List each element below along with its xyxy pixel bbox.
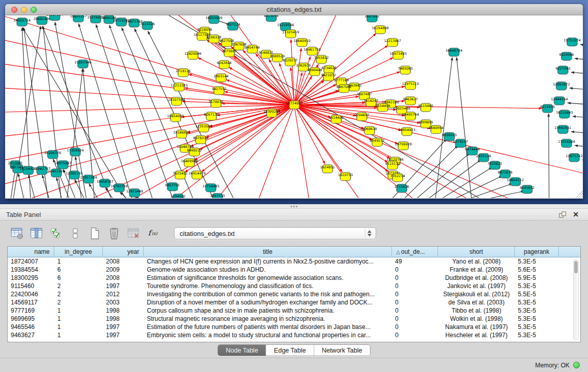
table-row[interactable]: 1872400712008Changes of HCN gene express… [8, 257, 580, 266]
network-window-titlebar[interactable]: citations_edges.txt [5, 4, 583, 15]
function-builder-button[interactable]: f (x) [145, 226, 161, 241]
graph-node[interactable]: 17359924 [67, 148, 83, 156]
table-row[interactable]: 2242004622012Investigating the contribut… [8, 290, 580, 298]
graph-node[interactable]: 6379197 [453, 139, 468, 147]
column-header-title[interactable]: title [144, 247, 392, 257]
graph-node[interactable]: 16033809 [205, 15, 222, 24]
table-scrollbar[interactable] [573, 259, 579, 340]
clear-selection-button[interactable] [68, 226, 83, 241]
graph-node[interactable]: 7857224 [226, 22, 241, 30]
graph-node[interactable]: 21053346 [74, 60, 91, 68]
graph-node[interactable]: 11675312 [565, 154, 582, 162]
table-row[interactable]: 911546021997Tourette syndrome. Phenomeno… [8, 282, 580, 290]
graph-node[interactable]: 1610753 [338, 172, 353, 181]
graph-node[interactable]: 1733426 [395, 184, 409, 192]
column-header-pagerank[interactable]: pagerank [515, 247, 559, 257]
graph-node[interactable]: 2935114 [476, 154, 491, 162]
column-header-short[interactable]: short [438, 247, 515, 257]
zoom-window-icon[interactable] [31, 7, 37, 13]
network-view-window[interactable]: citations_edges.txt 18724007240557242069… [5, 4, 583, 199]
graph-node[interactable]: 12213967 [384, 38, 401, 47]
graph-node[interactable]: 9115460 [419, 103, 433, 112]
graph-node[interactable]: 17016504 [558, 139, 575, 147]
graph-node[interactable]: 9227343 [556, 66, 571, 74]
graph-node[interactable]: 2204697 [355, 113, 369, 121]
graph-node[interactable]: 1624851 [320, 165, 335, 173]
graph-node[interactable]: 8215955 [540, 104, 555, 113]
graph-node[interactable]: 20691406 [33, 16, 50, 25]
scrollbar-thumb[interactable] [574, 261, 578, 273]
graph-node[interactable]: 18640910 [293, 38, 310, 47]
splitter-handle-icon[interactable] [290, 205, 298, 207]
graph-node[interactable]: 7625402 [173, 171, 188, 179]
table-row[interactable]: 977716911998Corpus callosum shape and si… [8, 307, 580, 315]
graph-node[interactable]: 3170031 [209, 99, 224, 107]
table-row[interactable]: 946362711997Embryonic stem cells: a mode… [8, 331, 580, 339]
table-row[interactable]: 1456911722003Disruption of a novel membe… [8, 298, 580, 307]
graph-node[interactable]: 19654923 [398, 127, 415, 136]
graph-node[interactable]: 11325419 [282, 30, 299, 38]
close-window-icon[interactable] [11, 7, 17, 13]
table-row[interactable]: 969969511998Structural magnetic resonanc… [8, 315, 580, 323]
graph-node[interactable]: 8549577 [370, 138, 385, 146]
graph-node[interactable]: 16648784 [445, 48, 462, 56]
graph-node[interactable]: 8454749 [245, 45, 260, 53]
select-all-button[interactable] [48, 226, 63, 241]
tab-network-table[interactable]: Network Table [314, 345, 370, 356]
graph-node[interactable]: 8498222 [187, 148, 202, 156]
column-header-in_degree[interactable]: in_degree [54, 247, 103, 257]
graph-node[interactable]: 18107554 [168, 97, 185, 105]
graph-node[interactable]: 8471676 [498, 170, 513, 178]
graph-node[interactable]: 15751074 [563, 38, 580, 46]
graph-node[interactable]: 1294502 [171, 194, 186, 198]
graph-node[interactable]: 11451926 [48, 169, 64, 177]
close-panel-button[interactable]: ✕ [570, 210, 582, 219]
graph-node[interactable]: 1514405 [329, 115, 344, 123]
graph-node[interactable]: 9245652 [520, 185, 535, 193]
graph-node[interactable]: 15716485 [202, 184, 219, 192]
graph-node[interactable]: 12444154 [551, 97, 568, 105]
graph-node[interactable]: 1897533 [210, 193, 225, 198]
graph-node[interactable]: 3675685 [222, 49, 237, 57]
graph-node[interactable]: 19756928 [395, 142, 411, 150]
graph-node[interactable]: 16782759 [111, 184, 127, 192]
graph-node[interactable]: 18495764 [402, 112, 419, 120]
column-header-name[interactable]: name [8, 247, 54, 257]
graph-node[interactable]: 7352234 [390, 173, 405, 182]
delete-table-button[interactable] [126, 226, 141, 241]
graph-node[interactable]: 12353593 [195, 124, 212, 132]
graph-node[interactable]: 9463627 [403, 97, 418, 105]
graph-node[interactable]: 7632621 [488, 161, 503, 169]
column-header-year[interactable]: year [103, 247, 144, 257]
graph-node[interactable]: 3427552 [212, 86, 227, 95]
graph-node[interactable]: 12213383 [170, 83, 187, 91]
tab-edge-table[interactable]: Edge Table [266, 345, 313, 356]
graph-node[interactable]: 16210643 [556, 110, 573, 118]
tab-node-table[interactable]: Node Table [218, 345, 266, 356]
panel-splitter[interactable] [0, 204, 588, 208]
graph-node[interactable]: 12923448 [126, 189, 143, 197]
column-header-out_de[interactable]: △out_de... [392, 247, 438, 257]
create-column-button[interactable] [87, 226, 102, 241]
graph-node[interactable]: 12975115 [402, 81, 419, 90]
graph-node[interactable]: 9115132 [385, 161, 400, 169]
delete-columns-button[interactable] [106, 226, 122, 241]
graph-node[interactable]: 9890448 [308, 68, 322, 76]
graph-node[interactable]: 2803144 [214, 74, 229, 82]
graph-node[interactable]: 1068639 [362, 126, 377, 135]
table-row[interactable]: 1938455462009Genome-wide association stu… [8, 266, 580, 274]
graph-node[interactable]: 1640954 [429, 125, 444, 134]
minimize-window-icon[interactable] [21, 7, 27, 13]
graph-node[interactable]: 16154808 [372, 26, 388, 34]
graph-node[interactable]: 8267130 [204, 112, 219, 120]
graph-node[interactable]: 10655257 [70, 15, 86, 22]
graph-node[interactable]: 20206576 [44, 150, 61, 159]
graph-node[interactable]: 2687682 [365, 15, 380, 22]
graph-node[interactable]: 12093872 [553, 82, 570, 90]
graph-node[interactable]: 2718126 [176, 69, 191, 77]
show-columns-button[interactable] [29, 226, 44, 241]
graph-node[interactable]: 19654935 [167, 114, 184, 122]
graph-node[interactable]: 9242844 [217, 60, 232, 69]
float-panel-button[interactable] [556, 210, 570, 219]
graph-node[interactable]: 15692931 [554, 125, 571, 134]
